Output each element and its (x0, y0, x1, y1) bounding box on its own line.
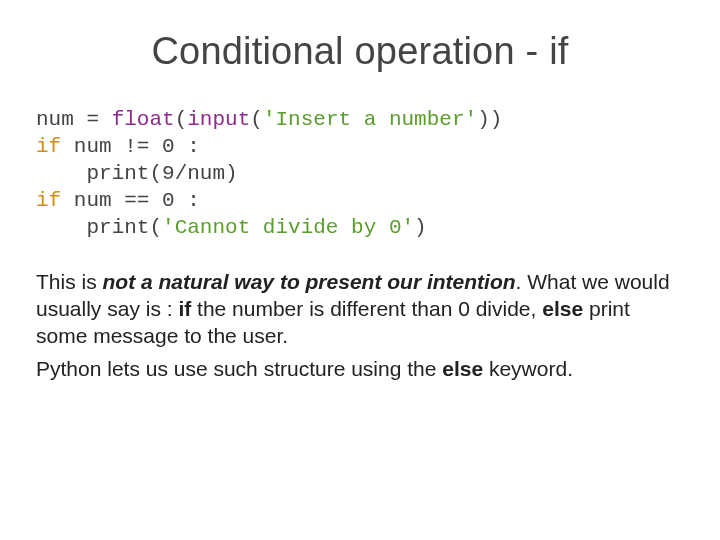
bold-if: if (178, 297, 197, 320)
bold-else: else (542, 297, 589, 320)
code-text: num = (36, 108, 112, 131)
keyword-if: if (36, 135, 61, 158)
body-text: This is not a natural way to present our… (36, 269, 684, 383)
code-text: (9/num) (149, 162, 237, 185)
slide-title: Conditional operation - if (36, 30, 684, 73)
code-text: num != 0 : (61, 135, 200, 158)
builtin-print: print (86, 216, 149, 239)
bold-else: else (442, 357, 489, 380)
code-indent (36, 216, 86, 239)
code-text: ) (414, 216, 427, 239)
builtin-input: input (187, 108, 250, 131)
emphasis-text: not a natural way to present our intenti… (103, 270, 516, 293)
text: Python lets us use such structure using … (36, 357, 442, 380)
paragraph-2: Python lets us use such structure using … (36, 356, 684, 383)
paragraph-1: This is not a natural way to present our… (36, 269, 684, 350)
builtin-print: print (86, 162, 149, 185)
slide: Conditional operation - if num = float(i… (0, 0, 720, 383)
code-text: ( (250, 108, 263, 131)
code-block: num = float(input('Insert a number')) if… (36, 107, 684, 241)
string-literal: 'Insert a number' (263, 108, 477, 131)
code-text: num == 0 : (61, 189, 200, 212)
builtin-float: float (112, 108, 175, 131)
text: keyword. (489, 357, 573, 380)
string-literal: 'Cannot divide by 0' (162, 216, 414, 239)
keyword-if: if (36, 189, 61, 212)
text: This is (36, 270, 103, 293)
code-text: ( (175, 108, 188, 131)
code-text: )) (477, 108, 502, 131)
code-text: ( (149, 216, 162, 239)
code-indent (36, 162, 86, 185)
text: the number is different than 0 divide, (197, 297, 542, 320)
